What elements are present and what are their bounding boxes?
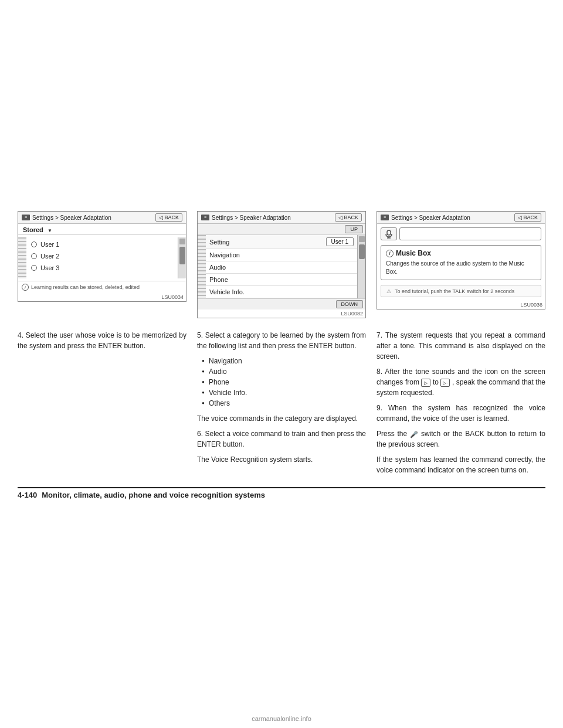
user1-badge: User 1	[326, 237, 354, 246]
bullet-audio: Audio	[202, 366, 366, 377]
step5-num: 5.	[197, 331, 203, 339]
step8-mid: to	[433, 378, 441, 386]
learned-note: If the system has learned the command co…	[377, 454, 545, 475]
radio-user2[interactable]	[31, 253, 37, 259]
screenshot-3: ≡ Settings > Speaker Adaptation ◁ BACK	[377, 211, 545, 309]
ss1-title-area: ≡ Settings > Speaker Adaptation	[22, 215, 111, 221]
step9-text: 9. When the system has recognized the vo…	[377, 403, 545, 424]
ss3-search-row	[381, 227, 541, 240]
user1-label: User 1	[40, 241, 59, 248]
search-bar[interactable]	[399, 227, 541, 240]
mic-icon	[381, 227, 397, 240]
voice-note: The voice commands in the category are d…	[197, 413, 366, 424]
mic-svg	[384, 229, 394, 239]
category-items: Setting User 1 Navigation Audio Phone	[206, 235, 357, 298]
list-item[interactable]: User 2	[29, 250, 175, 262]
list-item[interactable]: Phone	[206, 274, 357, 286]
settings-icon-ss1: ≡	[22, 215, 30, 220]
settings-icon-ss2: ≡	[201, 215, 209, 220]
step9-num: 9.	[377, 404, 382, 412]
step6-num: 6.	[197, 430, 203, 438]
ss2-back-btn[interactable]: ◁ BACK	[335, 213, 362, 222]
ss2-nav-bar: UP	[198, 224, 365, 235]
ss3-back-btn[interactable]: ◁ BACK	[514, 213, 541, 222]
ss1-header: ≡ Settings > Speaker Adaptation ◁ BACK	[18, 212, 186, 224]
list-item[interactable]: Vehicle Info.	[206, 286, 357, 298]
list-item[interactable]: User 1	[29, 239, 175, 250]
ss1-footer: i Learning results can be stored, delete…	[18, 281, 186, 293]
list-item[interactable]: Navigation	[206, 249, 357, 261]
ss1-footer-text: Learning results can be stored, deleted,…	[31, 284, 140, 290]
ss1-stored-header: Stored	[18, 224, 186, 235]
step8-text: 8. After the tone sounds and the icon on…	[377, 366, 545, 398]
ss1-left-sidebar	[18, 237, 26, 278]
ss3-header: ≡ Settings > Speaker Adaptation ◁ BACK	[377, 212, 545, 224]
ss1-lsu-label: LSU0034	[18, 293, 186, 301]
ss3-back-label: BACK	[523, 215, 538, 220]
phone-label: Phone	[209, 276, 228, 283]
voice-switch-icon: 🎤	[410, 430, 418, 440]
step9-content: When the system has recognized the voice…	[377, 404, 545, 423]
scroll-thumb-ss2	[359, 244, 365, 259]
bullet-phone: Phone	[202, 377, 366, 387]
ss1-body: Stored User 1 User 2	[18, 224, 186, 293]
watermark: carmanualonline.info	[252, 715, 311, 722]
ss2-header-title: Settings > Speaker Adaptation	[212, 215, 291, 221]
radio-user3[interactable]	[31, 265, 37, 271]
ss2-header: ≡ Settings > Speaker Adaptation ◁ BACK	[198, 212, 365, 224]
ss2-up-btn[interactable]: UP	[345, 225, 363, 233]
navigation-label: Navigation	[209, 251, 240, 258]
step4-content: Select the user whose voice is to be mem…	[18, 331, 186, 350]
list-item[interactable]: User 3	[29, 262, 175, 274]
ss1-back-label: BACK	[164, 215, 179, 220]
page-footer: 4-140 Monitor, climate, audio, phone and…	[18, 487, 545, 499]
ss3-lsu-label: LSU0036	[377, 301, 545, 309]
music-box-content: i Music Box Changes the source of the au…	[381, 245, 541, 280]
user3-label: User 3	[40, 264, 59, 271]
ss2-title-area: ≡ Settings > Speaker Adaptation	[201, 215, 291, 221]
back-arrow-ss2: ◁	[338, 215, 342, 220]
ss3-footer: ⚠ To end tutorial, push the TALK switch …	[381, 285, 541, 297]
ss3-header-title: Settings > Speaker Adaptation	[391, 215, 470, 221]
ss1-header-title: Settings > Speaker Adaptation	[32, 215, 111, 221]
step7-text: 7. The system requests that you repeat a…	[377, 330, 545, 362]
info-icon-ss1: i	[22, 284, 29, 291]
settings-icon-ss3: ≡	[381, 215, 389, 220]
ss1-right-sidebar	[178, 237, 186, 278]
vehicle-info-label: Vehicle Info.	[209, 288, 245, 295]
ss3-footer-text: To end tutorial, push the TALK switch fo…	[395, 288, 514, 294]
setting-label: Setting	[209, 239, 229, 246]
user-list-container: User 1 User 2 User 3	[18, 235, 186, 281]
ss2-back-label: BACK	[344, 215, 358, 220]
text-col-2: 5. Select a category to be learned by th…	[197, 330, 366, 480]
page-number: 4-140	[18, 491, 37, 499]
step4-text: 4. Select the user whose voice is to be …	[18, 330, 186, 351]
ss1-back-btn[interactable]: ◁ BACK	[155, 213, 182, 222]
screenshots-row: ≡ Settings > Speaker Adaptation ◁ BACK S…	[18, 211, 545, 318]
radio-user1[interactable]	[31, 241, 37, 247]
voice-recognition-note: The Voice Recognition system starts.	[197, 454, 366, 465]
warning-icon-ss3: ⚠	[385, 287, 392, 295]
step6-text: 6. Select a voice command to train and t…	[197, 428, 366, 450]
screenshot-1: ≡ Settings > Speaker Adaptation ◁ BACK S…	[18, 211, 186, 302]
user-items: User 1 User 2 User 3	[26, 237, 178, 278]
music-box-desc: Changes the source of the audio system t…	[386, 260, 536, 276]
ss2-down-btn[interactable]: DOWN	[336, 300, 364, 308]
stored-label: Stored	[23, 226, 43, 233]
page-title: Monitor, climate, audio, phone and voice…	[42, 491, 265, 499]
ss2-up-label: UP	[350, 226, 358, 232]
audio-label: Audio	[209, 264, 226, 271]
watermark-text: carmanualonline.info	[252, 715, 311, 722]
icon-after: ▷·	[440, 379, 450, 387]
step8-num: 8.	[377, 368, 382, 376]
scroll-thumb-ss1	[179, 247, 185, 264]
svg-rect-0	[387, 230, 391, 235]
ss3-title-area: ≡ Settings > Speaker Adaptation	[381, 215, 470, 221]
text-col-3: 7. The system requests that you repeat a…	[377, 330, 545, 480]
step5-text: 5. Select a category to be learned by th…	[197, 330, 366, 351]
ss2-right-sidebar	[357, 235, 365, 298]
text-columns: 4. Select the user whose voice is to be …	[18, 330, 545, 480]
list-item[interactable]: Audio	[206, 261, 357, 274]
user2-label: User 2	[40, 253, 59, 260]
list-item[interactable]: Setting User 1	[206, 235, 357, 249]
